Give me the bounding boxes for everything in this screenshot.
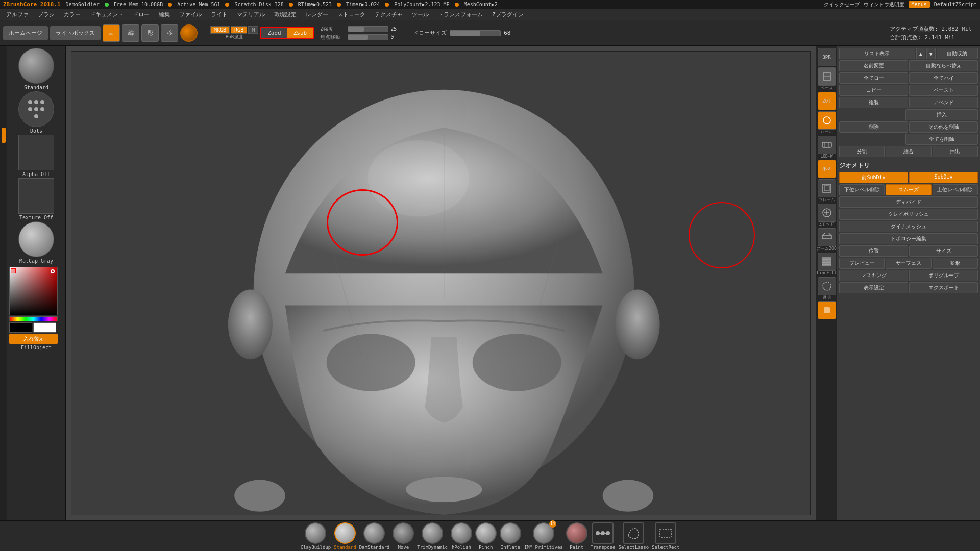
dynamesh-button[interactable]: ダイナメッシュ [839, 221, 978, 232]
tool-pinch[interactable]: Pinch [475, 522, 497, 550]
menu-light[interactable]: ライト [207, 10, 232, 19]
home-button[interactable]: ホームページ [3, 26, 48, 40]
frame-button[interactable] [818, 179, 836, 197]
surface-button[interactable]: サーフェス [886, 258, 931, 269]
tool-hpolish[interactable]: hPolish [451, 522, 472, 550]
delete-all-button[interactable]: 全てを削除 [905, 134, 978, 145]
matcap-item[interactable]: MatCap Gray [9, 221, 63, 264]
menu-draw[interactable]: ドロー [129, 10, 154, 19]
base-button[interactable] [818, 67, 836, 86]
mrgb-button[interactable]: MRGB [210, 26, 230, 34]
masking-button[interactable]: マスキング [839, 270, 908, 281]
tool-claybuildup[interactable]: ClayBuildup [301, 522, 331, 550]
merge-button[interactable]: 結合 [886, 146, 931, 157]
all-low-button[interactable]: 全てロー [839, 72, 908, 84]
linefill-button[interactable] [818, 253, 836, 271]
bpr-button[interactable]: BPR [818, 48, 836, 66]
menu-edit[interactable]: 編集 [155, 10, 174, 19]
default-zscript-label[interactable]: DefaultZScript [934, 2, 977, 7]
texture-off-item[interactable]: Texture Off [9, 178, 63, 220]
arrow-up-button[interactable]: ▲ [916, 48, 925, 59]
qvz-button[interactable]: QvZ [818, 160, 836, 178]
tool-imm-primitives[interactable]: 14 IMM Primitives [524, 522, 563, 550]
window-transparency-label[interactable]: ウィンドウ透明度 [864, 1, 904, 8]
menu-tool[interactable]: ツール [408, 10, 433, 19]
copy-button[interactable]: コピー [839, 85, 908, 96]
deform-button[interactable]: 変形 [933, 258, 978, 269]
canvas-viewport[interactable] [71, 51, 811, 515]
sd-button[interactable] [818, 301, 836, 319]
subdiv-low-button[interactable]: 前SubDiv [839, 172, 908, 183]
rename-button[interactable]: 名前変更 [839, 60, 908, 71]
draw-size-slider[interactable] [450, 30, 501, 36]
size-button[interactable]: サイズ [909, 245, 978, 257]
topology-edit-button[interactable]: トポロジー編集 [839, 233, 978, 244]
display-settings-button[interactable]: 表示設定 [839, 282, 908, 293]
zmod-button[interactable] [818, 204, 836, 222]
menu-color[interactable]: カラー [60, 10, 85, 19]
tool-standard[interactable]: Standard [334, 522, 356, 550]
divide-button[interactable]: ディバイド [839, 196, 978, 208]
focal-shift-slider[interactable] [348, 34, 388, 40]
rgb-button[interactable]: RGB [231, 26, 247, 34]
z-intensity-slider[interactable] [348, 26, 388, 32]
menu-preferences[interactable]: 環境設定 [270, 10, 301, 19]
menu-material[interactable]: マテリアル [233, 10, 269, 19]
material-sphere[interactable] [180, 24, 198, 42]
auto-save-button[interactable]: 自動収納 [937, 48, 978, 59]
position-button[interactable]: 位置 [839, 245, 908, 257]
hue-bar[interactable] [9, 316, 58, 321]
menu-render[interactable]: レンダー [302, 10, 332, 19]
brush-standard-item[interactable]: Standard [9, 48, 63, 90]
lightbox-button[interactable]: ライトボックス [50, 26, 101, 40]
tool-select-rect[interactable]: SelectRect [652, 522, 679, 550]
menu-alpha[interactable]: アルファ [2, 10, 33, 19]
all-high-button[interactable]: 全てハイ [909, 72, 978, 84]
zsub-button[interactable]: Zsub [287, 28, 313, 38]
split-button[interactable]: 分割 [839, 146, 885, 157]
menu-zplugin[interactable]: Zプラグイン [488, 10, 528, 19]
move-button[interactable]: 移 [161, 24, 178, 42]
m-button[interactable]: M [248, 26, 258, 34]
sculpt-button[interactable]: 彫 [141, 24, 159, 42]
menu-transform[interactable]: トランスフォーム [434, 10, 487, 19]
duplicate-button[interactable]: 複製 [839, 97, 908, 108]
roll-button[interactable] [818, 111, 836, 130]
menu-brush[interactable]: ブラシ [34, 10, 59, 19]
tool-damstandard[interactable]: DamStandard [359, 522, 390, 550]
other-button[interactable]: その他を削除 [909, 121, 978, 133]
draw-mode-button[interactable]: ✏ [103, 24, 120, 42]
black-swatch[interactable] [9, 322, 32, 333]
menu-file[interactable]: ファイル [175, 10, 206, 19]
color-gradient-field[interactable] [9, 267, 58, 315]
auto-sort-button[interactable]: 自動ならべ替え [909, 60, 978, 71]
canvas-area[interactable] [66, 46, 816, 520]
fill-object-button[interactable]: 入れ替え [9, 334, 58, 344]
insert-button[interactable]: 挿入 [905, 109, 978, 120]
tool-inflate[interactable]: Inflate [500, 522, 521, 550]
lower-level-button[interactable]: 下位レベル削除 [839, 184, 885, 195]
tool-paint[interactable]: Paint [566, 522, 587, 550]
upper-level-button[interactable]: 上位レベル削除 [933, 184, 978, 195]
lod-button[interactable] [818, 136, 836, 154]
tool-move[interactable]: Move [393, 522, 414, 550]
list-display-button[interactable]: リスト表示 [839, 48, 915, 59]
white-swatch[interactable] [33, 322, 56, 333]
tool-transpose[interactable]: Transpose [591, 522, 616, 550]
zot-button[interactable]: ZOT [818, 92, 836, 110]
delete-button[interactable]: 削除 [839, 121, 908, 133]
subdiv-button[interactable]: SubDiv [909, 172, 978, 183]
menus-label[interactable]: Menus [909, 1, 930, 8]
preview-button[interactable]: プレビュー [839, 258, 885, 269]
extract-button[interactable]: 抽出 [933, 146, 978, 157]
alpha-off-item[interactable]: — Alpha Off [9, 135, 63, 177]
menu-stroke[interactable]: ストローク [333, 10, 370, 19]
export-button[interactable]: エクスポート [909, 282, 978, 293]
paste-button[interactable]: ペースト [909, 85, 978, 96]
polygroups-button[interactable]: ポリグループ [909, 270, 978, 281]
menu-texture[interactable]: テクスチャ [371, 10, 407, 19]
edit-mode-button[interactable]: 編 [122, 24, 139, 42]
menu-document[interactable]: ドキュメント [86, 10, 128, 19]
brush-dots-item[interactable]: Dots [9, 91, 63, 134]
arrow-down-button[interactable]: ▼ [926, 48, 936, 59]
